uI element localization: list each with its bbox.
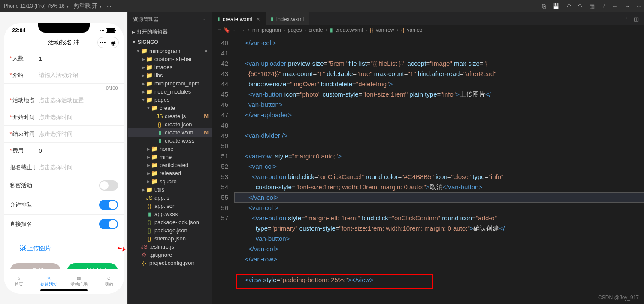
field-deadline[interactable]: 报名截止于点击选择时间 — [4, 159, 124, 176]
field-start[interactable]: *开始时间点击选择时间 — [4, 109, 124, 126]
tree-node-mine[interactable]: ▶📁mine — [128, 153, 212, 161]
tree-node-app.js[interactable]: JSapp.js — [128, 194, 212, 202]
tab-home[interactable]: ⌂首页 — [4, 269, 34, 294]
notch — [38, 23, 90, 33]
switch-on[interactable] — [99, 219, 118, 229]
tree-node-package.json[interactable]: {}package.json — [128, 226, 212, 234]
switch-on[interactable] — [99, 200, 118, 210]
tree-node-create.js[interactable]: JScreate.jsM — [128, 112, 212, 120]
tree-node-utils[interactable]: ▶📁utils — [128, 185, 212, 194]
field-location[interactable]: *活动地点点击选择活动位置 — [4, 92, 124, 109]
tree-node-custom-tab-bar[interactable]: ▶📁custom-tab-bar — [128, 55, 212, 63]
hot-reload-toggle[interactable]: 热重载 开▼ — [74, 2, 103, 10]
char-counter: 0/100 — [4, 84, 124, 92]
explorer-header: 资源管理器··· — [128, 12, 212, 27]
clock: 22:04 — [12, 27, 26, 33]
undo-icon[interactable]: ↶ — [566, 3, 571, 9]
file-tree: ▼📁miniprogram●▶📁custom-tab-bar▶📁images▶📁… — [128, 47, 212, 304]
split-icon[interactable]: ◫ — [634, 16, 639, 22]
field-private[interactable]: 私密活动 — [4, 176, 124, 195]
tab-index-wxml[interactable]: ▮index.wxml — [266, 12, 309, 25]
capsule-button[interactable]: •••◉ — [97, 37, 119, 48]
more-icon[interactable]: ··· — [637, 3, 641, 9]
tree-node-node_modules[interactable]: ▶📁node_modules — [128, 88, 212, 96]
switch-off[interactable] — [99, 180, 118, 191]
tree-node-released[interactable]: ▶📁released — [128, 169, 212, 177]
tree-node-create[interactable]: ▼📁create — [128, 104, 212, 112]
tree-node-libs[interactable]: ▶📁libs — [128, 71, 212, 79]
device-selector[interactable]: iPhone 12/13 (Pro) 75% 16▼ — [3, 3, 70, 9]
explorer-panel: 资源管理器··· ▶打开的编辑器 ▼SIGNGO ▼📁miniprogram●▶… — [128, 12, 212, 304]
tree-node-participated[interactable]: ▶📁participated — [128, 161, 212, 169]
editor-tabs: ▮create.wxml× ▮index.wxml ⑂◫ — [212, 12, 644, 25]
more-icon[interactable]: ··· — [106, 3, 111, 9]
field-intro[interactable]: *介绍请输入活动介绍 — [4, 67, 124, 84]
page-header: 活动报名|冲 •••◉ — [4, 35, 124, 50]
upload-button[interactable]: 🖼 上传图片 — [10, 240, 61, 257]
tree-node-app.json[interactable]: {}app.json — [128, 202, 212, 210]
tree-node-create.wxss[interactable]: ▮create.wxss — [128, 137, 212, 145]
tree-node-sitemap.json[interactable]: {}sitemap.json — [128, 234, 212, 243]
tree-node-create.wxml[interactable]: ▮create.wxmlM — [128, 128, 212, 137]
more-icon[interactable]: ··· — [203, 16, 207, 23]
editor-panel: ▮create.wxml× ▮index.wxml ⑂◫ ≡🔖←→› minip… — [212, 12, 644, 304]
tree-node-square[interactable]: ▶📁square — [128, 177, 212, 185]
back-icon[interactable]: ← — [612, 3, 617, 9]
tree-node-home[interactable]: ▶📁home — [128, 145, 212, 153]
field-fee[interactable]: *费用0 — [4, 143, 124, 159]
simulator-panel: 22:04 ··· 活动报名|冲 •••◉ *人数1 *介绍请输入活动介绍 0/… — [0, 12, 128, 304]
redo-icon[interactable]: ↷ — [578, 3, 583, 9]
home-indicator — [40, 289, 88, 291]
copy-icon[interactable]: ⎘ — [542, 3, 546, 9]
close-icon[interactable]: × — [257, 16, 260, 22]
tab-mine[interactable]: ☺我的 — [94, 269, 124, 294]
phone-frame: 22:04 ··· 活动报名|冲 •••◉ *人数1 *介绍请输入活动介绍 0/… — [4, 23, 124, 294]
watermark: CSDN @Joy_917 — [598, 295, 639, 301]
field-direct[interactable]: 直接报名 — [4, 215, 124, 234]
battery-icon: ··· — [100, 27, 115, 33]
code-editor[interactable]: 404142434445464748495051525354555657 </v… — [212, 35, 644, 304]
tree-node-images[interactable]: ▶📁images — [128, 63, 212, 71]
field-end[interactable]: *结束时间点击选择时间 — [4, 126, 124, 143]
field-count[interactable]: *人数1 — [4, 50, 124, 67]
branch-icon[interactable]: ⑂ — [624, 16, 628, 22]
tree-node-project.config.json[interactable]: {}project.config.json — [128, 259, 212, 267]
forward-icon[interactable]: → — [624, 3, 630, 9]
top-toolbar: iPhone 12/13 (Pro) 75% 16▼ 热重载 开▼ ··· ⎘ … — [0, 0, 644, 12]
opened-editors-section[interactable]: ▶打开的编辑器 — [128, 27, 212, 37]
tree-node-miniprogram_npm[interactable]: ▶📁miniprogram_npm — [128, 79, 212, 88]
grid-icon[interactable]: ▦ — [590, 3, 595, 9]
tree-node-package-lock.json[interactable]: {}package-lock.json — [128, 218, 212, 226]
page-title: 活动报名|冲 — [48, 39, 80, 46]
tree-node-.eslintrc.js[interactable]: JS.eslintrc.js — [128, 243, 212, 251]
branch-icon[interactable]: ⑂ — [602, 3, 605, 9]
tree-node-create.json[interactable]: {}create.json — [128, 120, 212, 128]
tree-node-.gitignore[interactable]: ⚙.gitignore — [128, 251, 212, 259]
save-icon[interactable]: 💾 — [553, 3, 559, 9]
tree-node-app.wxss[interactable]: ▮app.wxss — [128, 210, 212, 218]
tree-node-pages[interactable]: ▼📁pages — [128, 96, 212, 104]
project-section[interactable]: ▼SIGNGO — [128, 37, 212, 47]
field-queue[interactable]: 允许排队 — [4, 195, 124, 215]
tab-create-wxml[interactable]: ▮create.wxml× — [212, 12, 266, 25]
breadcrumbs[interactable]: ≡🔖←→› miniprogram› pages› create› ▮creat… — [212, 25, 644, 35]
tree-node-miniprogram[interactable]: ▼📁miniprogram● — [128, 47, 212, 55]
